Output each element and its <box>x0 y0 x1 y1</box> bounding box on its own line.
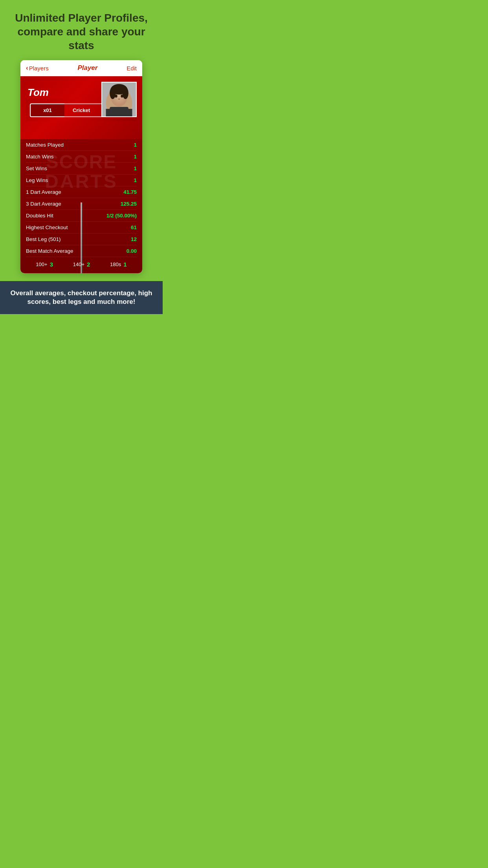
stat-100plus: 100+ 3 <box>36 261 53 268</box>
stat-best-match-average: Best Match Average 0.00 <box>26 245 137 257</box>
stat-best-leg: Best Leg (501) 12 <box>26 234 137 245</box>
stat-label-3dart: 3 Dart Average <box>26 201 61 207</box>
stat-value-leg-wins: 1 <box>134 177 137 183</box>
svg-point-6 <box>115 95 117 98</box>
stat-value-best-match-avg: 0.00 <box>127 248 137 254</box>
stat-match-wins: Match Wins 1 <box>26 151 137 163</box>
stat-label-leg-wins: Leg Wins <box>26 177 48 183</box>
phone-frame: ‹ Players Player Edit Tom <box>20 60 142 273</box>
stat-label-best-match-avg: Best Match Average <box>26 248 73 254</box>
headline-line2: compare and share your stats <box>17 26 145 51</box>
bottom-stats-row: 100+ 3 140+ 2 180s 1 <box>26 257 137 269</box>
stat-label-matches-played: Matches Played <box>26 142 64 148</box>
stat-1dart-average: 1 Dart Average 41.75 <box>26 186 137 198</box>
stat-doubles-hit: Doubles Hit 1/2 (50.00%) <box>26 210 137 222</box>
svg-point-7 <box>121 95 123 98</box>
svg-point-8 <box>118 98 120 100</box>
stat-value-doubles: 1/2 (50.00%) <box>106 213 137 219</box>
stat-label-best-leg: Best Leg (501) <box>26 236 61 242</box>
stat-value-match-wins: 1 <box>134 154 137 160</box>
stat-leg-wins: Leg Wins 1 <box>26 175 137 186</box>
stat-label-doubles: Doubles Hit <box>26 213 53 219</box>
stat-value-highest-checkout: 61 <box>131 224 137 230</box>
stat-label-highest-checkout: Highest Checkout <box>26 224 68 230</box>
stat-label-140plus: 140+ <box>73 261 84 267</box>
stat-value-3dart: 125.25 <box>121 201 137 207</box>
stat-140plus: 140+ 2 <box>73 261 90 268</box>
stat-3dart-average: 3 Dart Average 125.25 <box>26 198 137 210</box>
tab-cricket[interactable]: Cricket <box>64 103 98 117</box>
stat-180s: 180s 1 <box>110 261 127 268</box>
stat-value-100plus: 3 <box>50 261 53 268</box>
stats-area: SCORE DARTS Matches Played 1 Match Wins … <box>20 139 142 273</box>
stat-label-match-wins: Match Wins <box>26 154 54 160</box>
player-header: Tom <box>20 76 142 139</box>
stat-label-180s: 180s <box>110 261 121 267</box>
stat-label-100plus: 100+ <box>36 261 47 267</box>
headline-line1: Unlimited Player Profiles, <box>15 12 148 24</box>
svg-point-4 <box>110 87 116 99</box>
nav-title: Player <box>77 64 97 72</box>
stat-matches-played: Matches Played 1 <box>26 139 137 151</box>
svg-rect-10 <box>110 107 128 112</box>
stat-label-1dart: 1 Dart Average <box>26 189 61 195</box>
stat-value-180s: 1 <box>123 261 127 268</box>
back-button[interactable]: ‹ Players <box>26 64 49 72</box>
stat-value-best-leg: 12 <box>131 236 137 242</box>
nav-bar: ‹ Players Player Edit <box>20 60 142 76</box>
tab-x01[interactable]: x01 <box>30 103 64 117</box>
back-chevron-icon: ‹ <box>26 64 28 72</box>
avatar <box>101 82 137 117</box>
headline: Unlimited Player Profiles, compare and s… <box>0 0 163 60</box>
stat-label-set-wins: Set Wins <box>26 166 47 171</box>
edit-button[interactable]: Edit <box>127 65 137 72</box>
avatar-image <box>102 82 136 117</box>
back-label: Players <box>29 65 49 72</box>
svg-point-5 <box>123 87 128 99</box>
stat-value-set-wins: 1 <box>134 166 137 171</box>
stat-value-140plus: 2 <box>87 261 90 268</box>
stat-highest-checkout: Highest Checkout 61 <box>26 222 137 234</box>
bottom-footer: Overall averages, checkout percentage, h… <box>0 281 163 314</box>
stat-value-1dart: 41.75 <box>123 189 137 195</box>
stat-value-matches-played: 1 <box>134 142 137 148</box>
footer-text: Overall averages, checkout percentage, h… <box>9 289 153 306</box>
stat-set-wins: Set Wins 1 <box>26 163 137 175</box>
